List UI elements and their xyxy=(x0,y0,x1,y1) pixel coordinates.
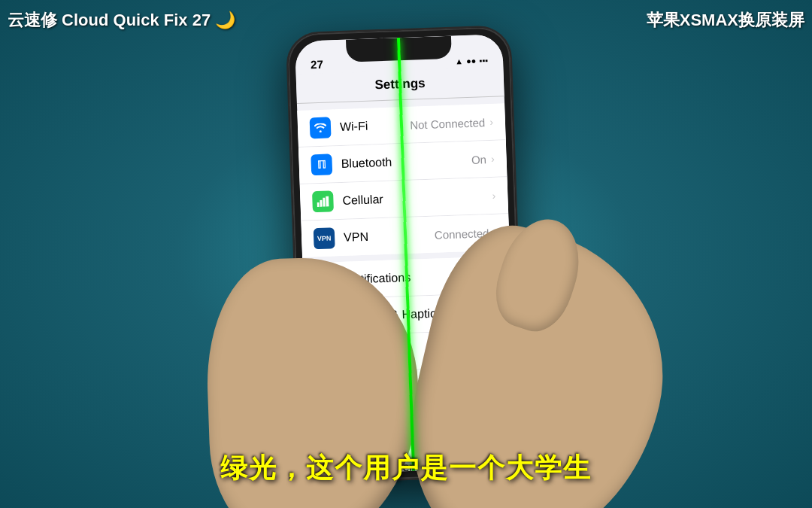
phone-in-hands: 27 ▲ ●● ▪▪▪ Settings Wi-Fi xyxy=(286,24,527,483)
svg-rect-0 xyxy=(317,202,320,206)
cellular-label: Cellular xyxy=(342,189,488,208)
svg-rect-2 xyxy=(323,197,325,206)
vpn-label: VPN xyxy=(344,227,435,244)
signal-icon: ▲ xyxy=(455,56,463,65)
svg-rect-3 xyxy=(326,196,329,206)
status-icons: ▲ ●● ▪▪▪ xyxy=(455,56,488,66)
bluetooth-value: On xyxy=(471,152,487,166)
battery-icon: ▪▪▪ xyxy=(479,56,488,65)
svg-rect-1 xyxy=(320,199,322,206)
bluetooth-label: Bluetooth xyxy=(341,152,471,170)
vpn-icon-box: VPN xyxy=(314,227,335,249)
top-right-watermark: 苹果XSMAX换原装屏 xyxy=(647,9,804,32)
wifi-value: Not Connected xyxy=(410,115,486,130)
wifi-icon: ●● xyxy=(466,56,477,65)
caption-subtitle: 绿光，这个用户是一个大学生 xyxy=(0,450,812,487)
cellular-icon xyxy=(312,190,334,212)
bluetooth-icon: ℿ xyxy=(311,154,332,175)
top-left-watermark: 云速修 Cloud Quick Fix 27 🌙 xyxy=(8,9,235,32)
wifi-chevron: › xyxy=(489,115,493,127)
bt-chevron: › xyxy=(491,152,495,164)
cellular-chevron: › xyxy=(492,189,495,201)
wifi-icon xyxy=(310,117,332,138)
status-time: 27 xyxy=(311,57,323,71)
